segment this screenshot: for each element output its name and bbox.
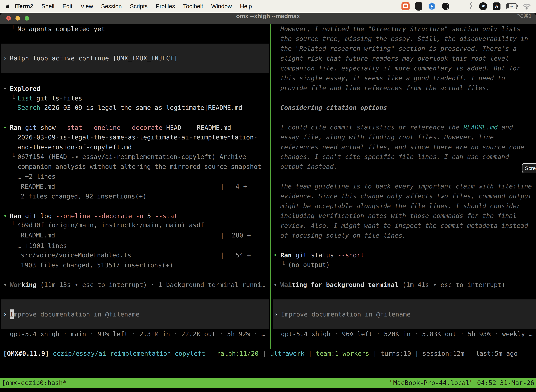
- terminal-line: output instead.: [0, 162, 536, 172]
- model-status-line: gpt-5.4 xhigh · 96% left · 520K in · 5.8…: [0, 329, 536, 339]
- text-run: Improve documentation in @filename: [281, 309, 411, 319]
- terminal-line: review. Also, I might want to inspect th…: [0, 221, 536, 231]
- text-run: Wai: [280, 280, 292, 290]
- text-run: However, I noticed the "Directory Struct…: [280, 24, 520, 34]
- text-run: changes, I can't cite specific file line…: [280, 152, 509, 162]
- text-run: •: [273, 250, 277, 260]
- text-run: |: [373, 349, 377, 359]
- text-run: output instead.: [280, 162, 337, 172]
- menu-item-edit[interactable]: Edit: [62, 3, 72, 10]
- text-run: including verification notes with those …: [280, 211, 517, 221]
- prompt-input-line[interactable]: ›Improve documentation in @filename: [0, 309, 536, 319]
- menu-item-window[interactable]: Window: [211, 3, 232, 10]
- terminal-line: provide file and line references from th…: [0, 83, 536, 93]
- text-run: The team guideline is to back every impo…: [280, 182, 532, 191]
- text-run: slight risk that future readers may over…: [280, 54, 509, 63]
- apple-menu-icon[interactable]: [5, 4, 10, 9]
- a-badge-icon[interactable]: A: [493, 2, 500, 10]
- text-run: └: [281, 260, 285, 270]
- text-run: (no output): [288, 260, 330, 270]
- text-run: git ls-files: [36, 93, 82, 103]
- text-run: references need actual files, and since …: [280, 142, 524, 152]
- terminal-line: this single essay, it seems like a good …: [0, 73, 536, 83]
- omx-version: [OMX#0.11.9]: [3, 349, 49, 359]
- squiggle-icon[interactable]: [468, 2, 474, 11]
- battery-icon[interactable]: ϟ: [506, 3, 517, 9]
- text-run: Considering citation options: [280, 103, 387, 112]
- terminal-line: … +1901 lines: [0, 241, 536, 251]
- text-run: the source tree, missing the essay. Stil…: [280, 34, 528, 44]
- text-run: I could cite commit statistics or refere…: [280, 122, 463, 132]
- terminal-line: changes, I can't cite specific file line…: [0, 152, 536, 162]
- tmux-session-name[interactable]: [omx-cczip0:bash*: [2, 378, 67, 388]
- terminal-line: └(no output): [0, 260, 536, 270]
- terminal-line: references need actual files, and since …: [0, 142, 536, 152]
- text-run: └: [11, 93, 15, 103]
- menu-item-toolbelt[interactable]: Toolbelt: [183, 3, 203, 10]
- text-run: git: [296, 250, 307, 260]
- tmux-status-bar: [omx-cczip0:bash* "MacBook-Pro-44.local"…: [0, 378, 536, 388]
- text-run: gpt-5.4 xhigh · 96% left · 520K in · 5.8…: [281, 329, 532, 339]
- terminal-line: └Listgit ls-files: [0, 93, 536, 103]
- terminal-line: However, I noticed the "Directory Struct…: [0, 24, 536, 34]
- text-run: |: [209, 349, 213, 359]
- omx-team: team:1 workers: [316, 349, 369, 359]
- text-run: List: [17, 93, 33, 103]
- terminal-line: including verification notes with those …: [0, 211, 536, 221]
- menu-item-scripts[interactable]: Scripts: [130, 3, 148, 10]
- app-menu-title[interactable]: iTerm2: [14, 3, 33, 10]
- chat-icon[interactable]: [402, 2, 410, 10]
- shield-grid-icon[interactable]: [415, 2, 422, 10]
- text-run: •: [273, 280, 277, 290]
- tmux-host-clock: "MacBook-Pro-44.local" 04:52 31-Mar-26: [389, 378, 534, 388]
- terminal-line: companion file, especially if more comme…: [0, 63, 536, 73]
- wifi-icon[interactable]: [523, 3, 531, 10]
- terminal-line: might be acceptable alongside the file l…: [0, 201, 536, 211]
- omx-turns: turns:10: [381, 349, 411, 359]
- text-run: essay file, along with finding root file…: [280, 132, 494, 142]
- pie-circle-icon[interactable]: [442, 2, 450, 10]
- text-run: README.md: [463, 122, 498, 132]
- omx-ralph-count: ralph:11/20: [217, 349, 258, 359]
- text-run: review. Also, I might want to inspect th…: [280, 221, 528, 231]
- text-run: this single essay, it seems like a good …: [280, 73, 505, 83]
- text-run: and: [498, 122, 513, 132]
- menu-item-view[interactable]: View: [81, 3, 93, 10]
- text-run: might be acceptable alongside the file l…: [280, 201, 520, 211]
- omx-session: session:12m: [422, 349, 464, 359]
- terminal-line: slight risk that future readers may over…: [0, 54, 536, 63]
- text-run: |: [263, 349, 266, 359]
- text-run: |: [468, 349, 472, 359]
- menu-item-help[interactable]: Help: [240, 3, 252, 10]
- text-run: --short: [338, 250, 364, 260]
- text-run: ›: [274, 309, 278, 319]
- terminal-line: I could cite commit statistics or refere…: [0, 122, 536, 132]
- menu-item-profiles[interactable]: Profiles: [156, 3, 175, 10]
- text-run: … +2 lines: [17, 172, 56, 182]
- terminal-window: omx --xhigh --madmax ⌥⌘1 Scre [omx-cczip…: [0, 13, 536, 392]
- menu-bar-status-icons: ..61 A ϟ: [402, 2, 531, 11]
- omx-status-bar: [OMX#0.11.9]cczip/essay/ai-reimplementat…: [0, 349, 536, 359]
- text-run: |: [415, 349, 419, 359]
- text-run: of focusing solely on file lines.: [280, 231, 406, 240]
- omx-mode: ultrawork: [270, 349, 304, 359]
- terminal-line: the "Related research writing" section i…: [0, 44, 536, 54]
- terminal-content: Scre [omx-cczip0:bash* "MacBook-Pro-44.l…: [0, 13, 536, 392]
- text-run: provide file and line references from th…: [280, 83, 490, 93]
- menu-bar: iTerm2 Shell Edit View Session Scripts P…: [0, 0, 536, 13]
- usage-badge[interactable]: ..61: [479, 2, 487, 10]
- omx-last: last:5m ago: [476, 349, 517, 359]
- text-run: |: [308, 349, 312, 359]
- terminal-line: … +2 lines: [0, 172, 536, 182]
- omx-worktree: cczip/essay/ai-reimplementation-copyleft: [53, 349, 205, 359]
- text-run: … +1901 lines: [17, 241, 67, 251]
- terminal-line: evidence. Since this change only affects…: [0, 191, 536, 201]
- text-run: companion file, especially if more comme…: [280, 63, 520, 73]
- terminal-line: of focusing solely on file lines.: [0, 231, 536, 240]
- terminal-line: the source tree, missing the essay. Stil…: [0, 34, 536, 44]
- waiting-status: •Waiting for background terminal(1m 41s …: [0, 280, 536, 290]
- menu-item-session[interactable]: Session: [101, 3, 122, 10]
- hexagon-bolt-icon[interactable]: [428, 2, 436, 10]
- menu-item-shell[interactable]: Shell: [42, 3, 54, 10]
- dots-grid-icon[interactable]: [455, 3, 463, 10]
